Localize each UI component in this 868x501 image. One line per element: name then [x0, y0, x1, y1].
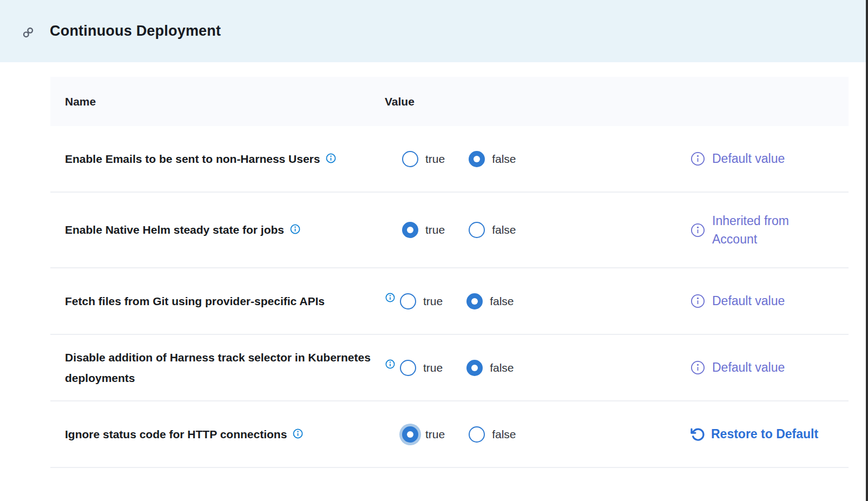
settings-row: Enable Native Helm steady state for jobs…: [50, 193, 849, 268]
setting-status: Default value: [683, 358, 849, 377]
info-icon[interactable]: [385, 292, 396, 303]
setting-status: Restore to Default: [683, 427, 849, 442]
screen-right-edge: [866, 0, 868, 501]
setting-name: Disable addition of Harness track select…: [50, 347, 385, 388]
settings-row: Fetch files from Git using provider-spec…: [50, 268, 849, 335]
radio-true[interactable]: true: [400, 293, 443, 309]
chain-link-icon[interactable]: [22, 26, 35, 39]
setting-value: true false: [385, 426, 683, 443]
radio-false[interactable]: false: [469, 222, 516, 238]
default-value-badge: Default value: [690, 149, 785, 168]
info-icon[interactable]: [292, 428, 304, 439]
radio-group: true false: [402, 426, 540, 443]
radio-group: true false: [400, 293, 538, 309]
radio-circle: [402, 222, 418, 238]
setting-name: Enable Emails to be sent to non-Harness …: [50, 149, 385, 169]
restore-icon: [690, 427, 705, 442]
radio-false[interactable]: false: [466, 293, 514, 309]
radio-group: true false: [402, 151, 540, 167]
radio-group: true false: [400, 360, 538, 376]
column-header-value: Value: [385, 95, 683, 108]
setting-name: Fetch files from Git using provider-spec…: [50, 291, 385, 312]
default-value-badge: Default value: [690, 292, 785, 311]
setting-value: true false: [385, 151, 683, 167]
radio-circle: [469, 426, 485, 443]
radio-group: true false: [402, 222, 540, 238]
info-circle-icon[interactable]: [690, 360, 706, 375]
info-icon[interactable]: [290, 223, 301, 235]
info-icon[interactable]: [385, 359, 396, 370]
restore-to-default-button[interactable]: Restore to Default: [690, 427, 818, 442]
inherited-from-account-badge: Inherited from Account: [690, 212, 828, 249]
settings-row: Disable addition of Harness track select…: [50, 335, 849, 401]
radio-circle: [466, 360, 483, 376]
radio-circle: [402, 151, 418, 167]
setting-value: true false: [385, 292, 683, 311]
setting-status: Default value: [683, 149, 849, 168]
setting-status: Default value: [683, 292, 849, 311]
settings-table: Name Value Enable Emails to be sent to n…: [50, 77, 849, 468]
radio-false[interactable]: false: [469, 426, 516, 443]
radio-true[interactable]: true: [402, 426, 445, 443]
radio-false[interactable]: false: [469, 151, 516, 167]
radio-true[interactable]: true: [402, 151, 445, 167]
info-circle-icon[interactable]: [690, 293, 706, 309]
settings-row: Enable Emails to be sent to non-Harness …: [50, 126, 849, 193]
column-header-name: Name: [50, 95, 385, 108]
section-header: Continuous Deployment: [0, 0, 868, 62]
radio-circle: [402, 426, 418, 443]
setting-name: Enable Native Helm steady state for jobs: [50, 220, 385, 240]
default-value-badge: Default value: [690, 358, 785, 377]
radio-false[interactable]: false: [466, 360, 514, 376]
radio-circle: [466, 293, 483, 309]
radio-circle: [469, 222, 485, 238]
setting-status: Inherited from Account: [683, 212, 849, 249]
info-circle-icon[interactable]: [690, 151, 706, 167]
setting-value: true false: [385, 222, 683, 238]
page-title: Continuous Deployment: [50, 23, 221, 39]
radio-circle: [469, 151, 485, 167]
radio-true[interactable]: true: [400, 360, 443, 376]
settings-row: Ignore status code for HTTP connections …: [50, 401, 849, 468]
radio-circle: [400, 293, 416, 309]
radio-circle: [400, 360, 416, 376]
setting-name: Ignore status code for HTTP connections: [50, 424, 385, 445]
info-icon[interactable]: [325, 153, 337, 164]
info-circle-icon[interactable]: [690, 222, 706, 238]
setting-value: true false: [385, 359, 683, 377]
radio-true[interactable]: true: [402, 222, 445, 238]
table-header-row: Name Value: [50, 77, 849, 126]
